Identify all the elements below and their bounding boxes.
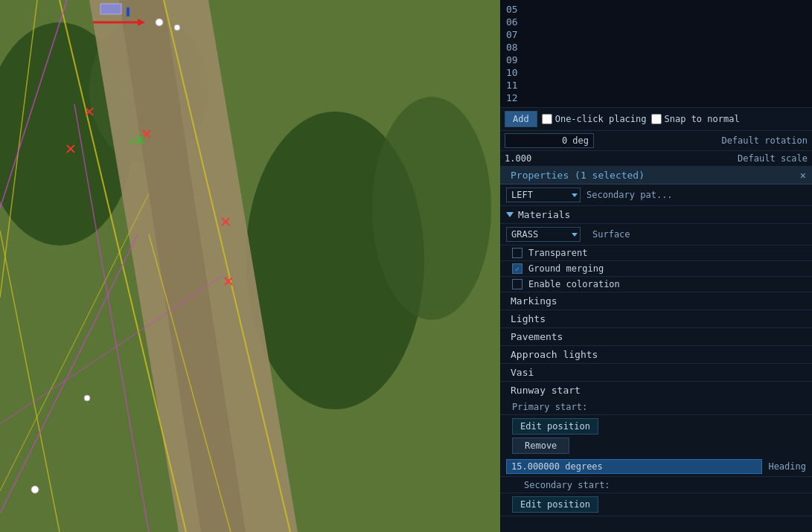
approach-lights-label: Approach lights (511, 349, 598, 360)
scale-value: 1.000 (505, 153, 531, 164)
rotation-row: Default rotation (500, 131, 812, 151)
primary-start-row: Primary start: (500, 399, 812, 415)
materials-collapse-icon (506, 212, 514, 217)
runway-start-header[interactable]: Runway start (500, 382, 812, 399)
material-dropdown[interactable]: GRASS (506, 227, 581, 242)
list-item: 06 (506, 16, 806, 28)
right-panel: 05 06 07 08 09 10 11 12 Add One-click pl… (500, 0, 812, 532)
svg-rect-31 (100, 4, 121, 14)
svg-point-36 (84, 395, 90, 401)
pavements-label: Pavements (511, 331, 563, 342)
heading-input[interactable] (506, 459, 762, 474)
approach-lights-section-header[interactable]: Approach lights (500, 346, 812, 364)
enable-coloration-checkbox[interactable] (512, 279, 522, 289)
properties-title: Properties (1 selected) (506, 170, 645, 181)
svg-point-4 (372, 97, 491, 320)
list-item: 07 (506, 28, 806, 41)
ground-merging-row: Ground merging (500, 261, 812, 277)
list-item: 11 (506, 79, 806, 92)
edit-position2-button[interactable]: Edit position (512, 496, 598, 513)
ground-merging-checkbox[interactable] (512, 263, 522, 274)
one-click-checkbox[interactable] (542, 114, 552, 124)
materials-label: Materials (518, 209, 570, 220)
scale-row: 1.000 Default scale (500, 151, 812, 167)
heading-label: Heading (768, 461, 806, 472)
path-dropdown[interactable]: LEFT (506, 188, 581, 202)
runway-start-label: Runway start (511, 385, 581, 396)
pavements-section-header[interactable]: Pavements (500, 328, 812, 346)
materials-section-header[interactable]: Materials (500, 206, 812, 224)
secondary-start-label: Secondary start: (512, 477, 622, 492)
markings-label: Markings (511, 295, 557, 307)
secondary-path-row: LEFT Secondary pat... (500, 185, 812, 206)
transparent-checkbox[interactable] (512, 248, 522, 258)
primary-start-label: Primary start: (512, 402, 587, 412)
vasi-label: Vasi (511, 367, 534, 378)
transparent-row: Transparent (500, 246, 812, 261)
remove-button[interactable]: Remove (512, 438, 569, 454)
svg-rect-32 (127, 7, 130, 16)
svg-point-33 (156, 19, 163, 26)
svg-text:+: + (129, 137, 134, 147)
list-item: 12 (506, 92, 806, 104)
runway-start-section: Runway start Primary start: Edit positio… (500, 382, 812, 516)
transparent-label: Transparent (528, 248, 587, 258)
default-scale-label: Default scale (738, 153, 808, 164)
material-row: GRASS Surface (500, 224, 812, 246)
number-list: 05 06 07 08 09 10 11 12 (500, 0, 812, 108)
list-item: 10 (506, 66, 806, 79)
default-rotation-label: Default rotation (721, 135, 808, 146)
svg-point-34 (174, 25, 180, 31)
secondary-path-label: Secondary pat... (586, 190, 673, 200)
path-dropdown-wrapper: LEFT (506, 188, 581, 202)
properties-panel: Properties (1 selected) × LEFT Secondary… (500, 167, 812, 532)
list-item: 09 (506, 54, 806, 66)
snap-label[interactable]: Snap to normal (651, 114, 740, 124)
vasi-section-header[interactable]: Vasi (500, 364, 812, 382)
snap-checkbox[interactable] (651, 114, 662, 124)
ground-merging-label: Ground merging (528, 263, 604, 274)
lights-section-header[interactable]: Lights (500, 310, 812, 328)
properties-header: Properties (1 selected) × (500, 167, 812, 185)
surface-label: Surface (592, 229, 630, 240)
add-button[interactable]: Add (505, 111, 537, 127)
map-overlay: + (0, 0, 500, 532)
one-click-label[interactable]: One-click placing (542, 114, 647, 124)
map-viewport[interactable]: + (0, 0, 500, 532)
list-item: 08 (506, 41, 806, 54)
secondary-start-row: Secondary start: (500, 477, 812, 493)
edit-position-button[interactable]: Edit position (512, 418, 598, 435)
lights-label: Lights (511, 313, 546, 324)
heading-row: Heading (500, 457, 812, 477)
enable-coloration-row: Enable coloration (500, 277, 812, 292)
list-item: 05 (506, 3, 806, 16)
svg-point-35 (31, 486, 39, 493)
close-button[interactable]: × (800, 170, 806, 181)
rotation-input[interactable] (505, 133, 594, 148)
markings-section-header[interactable]: Markings (500, 292, 812, 310)
toolbar-row: Add One-click placing Snap to normal (500, 108, 812, 131)
enable-coloration-label: Enable coloration (528, 279, 620, 289)
material-dropdown-wrapper: GRASS (506, 227, 581, 242)
